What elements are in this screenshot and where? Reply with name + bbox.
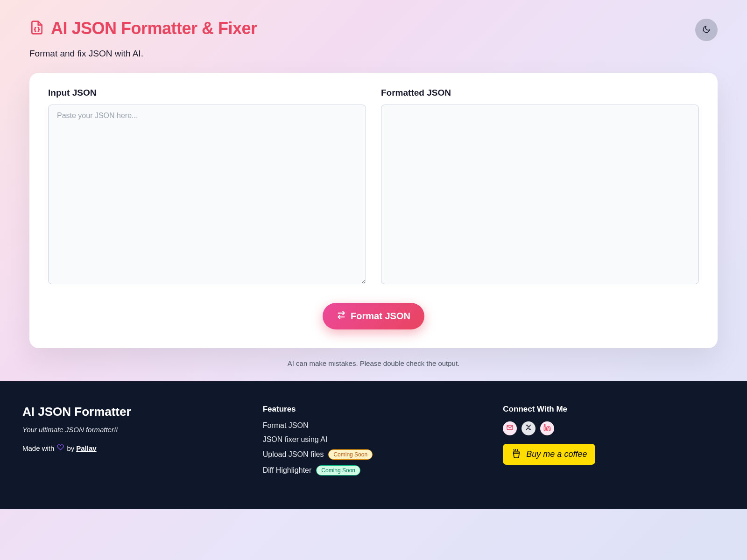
- coming-soon-badge: Coming Soon: [328, 449, 373, 460]
- editor-panels: Input JSON Formatted JSON: [48, 88, 699, 284]
- format-button-label: Format JSON: [351, 311, 410, 322]
- made-with-prefix: Made with: [22, 444, 54, 452]
- connect-heading: Connect With Me: [503, 405, 725, 414]
- footer-tagline: Your ultimate JSON formatter!!: [22, 426, 244, 434]
- coffee-label: Buy me a coffee: [526, 449, 587, 459]
- file-json-icon: [29, 20, 44, 37]
- x-twitter-link[interactable]: [521, 421, 536, 435]
- format-json-button[interactable]: Format JSON: [323, 303, 424, 329]
- footer-brand-title: AI JSON Formatter: [22, 405, 244, 419]
- coming-soon-badge: Coming Soon: [316, 465, 360, 476]
- svg-point-2: [544, 424, 546, 426]
- input-panel: Input JSON: [48, 88, 366, 284]
- footer: AI JSON Formatter Your ultimate JSON for…: [0, 381, 747, 509]
- header: AI JSON Formatter & Fixer Format and fix…: [29, 19, 718, 59]
- made-with-suffix: by: [67, 444, 74, 452]
- mail-icon: [506, 424, 514, 433]
- feature-label: Format JSON: [263, 421, 309, 430]
- header-left: AI JSON Formatter & Fixer Format and fix…: [29, 19, 257, 59]
- features-heading: Features: [263, 405, 485, 414]
- svg-rect-1: [544, 427, 546, 430]
- title-row: AI JSON Formatter & Fixer: [29, 19, 257, 38]
- feature-item[interactable]: JSON fixer using AI: [263, 435, 485, 444]
- main-card: Input JSON Formatted JSON Format JSO: [29, 73, 718, 348]
- feature-label: JSON fixer using AI: [263, 435, 328, 444]
- output-label: Formatted JSON: [381, 88, 699, 98]
- arrows-exchange-icon: [337, 310, 346, 322]
- social-row: [503, 421, 725, 435]
- page-title: AI JSON Formatter & Fixer: [51, 19, 257, 38]
- feature-item[interactable]: Diff Highlighter Coming Soon: [263, 465, 485, 476]
- format-button-row: Format JSON: [48, 303, 699, 329]
- input-label: Input JSON: [48, 88, 366, 98]
- coffee-cup-icon: [511, 448, 521, 460]
- feature-item[interactable]: Format JSON: [263, 421, 485, 430]
- feature-label: Diff Highlighter: [263, 466, 312, 475]
- disclaimer-text: AI can make mistakes. Please double chec…: [29, 359, 718, 367]
- x-icon: [525, 424, 532, 433]
- author-link[interactable]: Pallav: [76, 444, 96, 452]
- output-panel: Formatted JSON: [381, 88, 699, 284]
- dark-mode-toggle[interactable]: [695, 19, 718, 41]
- input-json-textarea[interactable]: [48, 105, 366, 284]
- buy-me-coffee-button[interactable]: Buy me a coffee: [503, 444, 595, 465]
- footer-features-col: Features Format JSON JSON fixer using AI…: [263, 405, 485, 481]
- heart-icon: [56, 444, 65, 452]
- made-with-line: Made with by Pallav: [22, 444, 244, 452]
- linkedin-link[interactable]: [540, 421, 554, 435]
- output-json-display: [381, 105, 699, 284]
- footer-connect-col: Connect With Me: [503, 405, 725, 481]
- page-subtitle: Format and fix JSON with AI.: [29, 49, 257, 59]
- moon-icon: [702, 25, 711, 35]
- footer-brand-col: AI JSON Formatter Your ultimate JSON for…: [22, 405, 244, 481]
- mail-link[interactable]: [503, 421, 517, 435]
- feature-item[interactable]: Upload JSON files Coming Soon: [263, 449, 485, 460]
- linkedin-icon: [543, 424, 551, 433]
- feature-label: Upload JSON files: [263, 450, 324, 459]
